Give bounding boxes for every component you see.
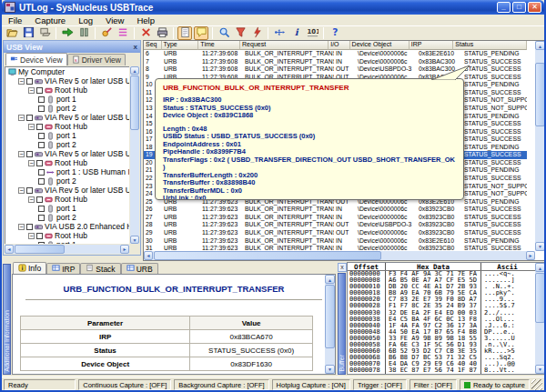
trace-vscroll-thumb[interactable] <box>535 63 545 126</box>
tree-checkbox[interactable] <box>38 142 45 148</box>
column-header-seq[interactable]: Seq <box>144 41 162 50</box>
column-header-irp[interactable]: IRP <box>410 41 454 50</box>
trace-row[interactable]: 28URB11:27:39:623BULK_OR_INTERRUPT_TRANS… <box>144 221 527 229</box>
column-header-request[interactable]: Request <box>240 41 329 50</box>
menu-help[interactable]: Help <box>130 15 161 25</box>
pause-capture-button[interactable] <box>76 26 91 40</box>
menu-file[interactable]: File <box>2 15 28 25</box>
tab-irp[interactable]: IRP <box>46 263 80 274</box>
tree-item[interactable]: −Root Hub <box>5 85 129 95</box>
tree-vscroll-thumb[interactable] <box>130 75 139 130</box>
print-button[interactable] <box>155 26 169 40</box>
trace-row[interactable]: 30URB11:27:39:623BULK_OR_INTERRUPT_TRANS… <box>144 237 527 246</box>
scroll-up-icon[interactable]: ▲ <box>535 41 545 50</box>
tree-checkbox[interactable] <box>26 151 33 157</box>
filter-button[interactable] <box>233 26 248 40</box>
tree-item[interactable]: port 1 <box>5 204 129 213</box>
tab-stack[interactable]: Stack <box>80 263 120 274</box>
details-vscrollbar[interactable]: ▲ ▼ <box>325 275 335 374</box>
scroll-up-icon[interactable]: ▲ <box>535 263 545 272</box>
buffer-close-icon[interactable]: x <box>338 263 347 272</box>
scroll-down-icon[interactable]: ▼ <box>130 236 139 244</box>
resize-grip[interactable] <box>531 379 542 390</box>
expander-icon[interactable]: − <box>28 87 35 94</box>
trace-row[interactable]: 26URB11:27:39:623BULK_OR_INTERRUPT_TRANS… <box>144 206 527 214</box>
scroll-down-icon[interactable]: ▼ <box>535 365 545 374</box>
trace-row[interactable]: 29URB11:27:39:623BULK_OR_INTERRUPT_TRANS… <box>144 229 527 237</box>
tree-checkbox[interactable] <box>38 106 45 112</box>
tree-checkbox[interactable] <box>26 187 33 194</box>
tree-item[interactable]: −VIA USB 2.0 Enhanced Host Controller <box>5 222 129 231</box>
log-lines-button[interactable] <box>116 26 130 40</box>
scroll-down-icon[interactable]: ▼ <box>325 365 335 374</box>
column-header-type[interactable]: Type <box>162 41 199 50</box>
trigger-button[interactable] <box>249 26 264 40</box>
raw-data-button[interactable]: 101 <box>305 26 319 40</box>
minimize-button[interactable]: _ <box>497 2 511 13</box>
expander-icon[interactable]: − <box>18 151 25 157</box>
additional-info-strip[interactable]: Additional Information <box>3 264 11 375</box>
open-file-button[interactable] <box>5 26 19 40</box>
tree-item[interactable]: −Root Hub <box>5 231 129 240</box>
tree-hscrollbar[interactable]: ◄ ► <box>5 245 129 254</box>
tree-checkbox[interactable] <box>36 87 43 94</box>
trace-hscrollbar[interactable]: ◄ ► <box>144 251 535 260</box>
help-button[interactable]: ? <box>328 26 342 40</box>
trace-row[interactable]: 27URB11:27:39:623BULK_OR_INTERRUPT_TRANS… <box>144 214 527 222</box>
details-vscroll-thumb[interactable] <box>325 285 335 348</box>
tree-checkbox[interactable] <box>26 78 33 85</box>
expander-icon[interactable]: − <box>28 160 35 166</box>
tab-device-view[interactable]: Device View <box>5 53 67 65</box>
tree-checkbox[interactable] <box>38 169 45 176</box>
trace-hscroll-thumb[interactable] <box>154 251 381 260</box>
export-log-button[interactable] <box>37 26 52 40</box>
tree-checkbox[interactable] <box>38 215 45 221</box>
menu-capture[interactable]: Capture <box>28 15 72 25</box>
expander-icon[interactable]: − <box>18 115 25 121</box>
column-header-deviceobject[interactable]: Device Object <box>350 41 410 50</box>
report-doc-button[interactable] <box>177 26 192 40</box>
capture-pen-button[interactable] <box>99 26 114 40</box>
tree-vscrollbar[interactable]: ▲ ▼ <box>130 66 139 244</box>
scroll-right-icon[interactable]: ► <box>120 245 129 254</box>
tree-item[interactable]: −VIA Rev 5 or later USB Universal Host C <box>5 76 129 85</box>
scroll-up-icon[interactable]: ▲ <box>325 275 335 284</box>
tree-item[interactable]: −Root Hub <box>5 195 129 204</box>
tree-item[interactable]: port 1 <box>5 131 129 140</box>
tree-item[interactable]: −VIA Rev 5 or later USB Universal Host C <box>5 113 129 122</box>
tree-item[interactable]: port 1 <box>5 95 129 104</box>
tree-item[interactable]: −Root Hub <box>5 158 129 167</box>
info-button[interactable]: i <box>288 26 303 40</box>
tree-checkbox[interactable] <box>38 242 45 245</box>
tree-checkbox[interactable] <box>26 224 33 230</box>
trace-row[interactable]: 6URB11:27:39:608BULK_OR_INTERRUPT_TRANSF… <box>144 50 527 58</box>
tree-checkbox[interactable] <box>26 115 33 121</box>
tree-item[interactable]: −VIA Rev 5 or later USB Universal Host C <box>5 186 129 195</box>
tree-checkbox[interactable] <box>38 96 45 103</box>
tree-checkbox[interactable] <box>36 124 43 130</box>
tree-item[interactable]: port 1 : USB Human Interface D <box>5 167 129 176</box>
expander-icon[interactable]: − <box>18 187 25 194</box>
tree-checkbox[interactable] <box>36 160 43 166</box>
buffer-strip[interactable]: Buffer <box>338 273 346 375</box>
tree-hscroll-thumb[interactable] <box>15 245 65 254</box>
tree-checkbox[interactable] <box>38 206 45 212</box>
trace-vscrollbar[interactable]: ▲ ▼ <box>535 41 545 251</box>
tree-item[interactable]: port 2 <box>5 104 129 113</box>
save-file-button[interactable] <box>21 26 35 40</box>
tab-urb[interactable]: URB <box>121 263 158 274</box>
tree-checkbox[interactable] <box>38 133 45 139</box>
column-header-status[interactable]: Status <box>453 41 527 50</box>
tree-checkbox[interactable] <box>36 233 43 239</box>
column-header-io[interactable]: I/O <box>329 41 349 50</box>
expander-icon[interactable]: − <box>28 124 35 130</box>
tree-item[interactable]: port 2 <box>5 176 129 186</box>
menu-view[interactable]: View <box>99 15 130 25</box>
tree-checkbox[interactable] <box>36 196 43 203</box>
scroll-left-icon[interactable]: ◄ <box>144 251 153 260</box>
delete-button[interactable] <box>138 26 153 40</box>
expander-icon[interactable]: − <box>18 78 25 85</box>
tooltip-toggle-button[interactable] <box>194 26 208 40</box>
buffer-vscrollbar[interactable]: ▲ ▼ <box>535 263 545 374</box>
scroll-left-icon[interactable]: ◄ <box>5 245 14 254</box>
